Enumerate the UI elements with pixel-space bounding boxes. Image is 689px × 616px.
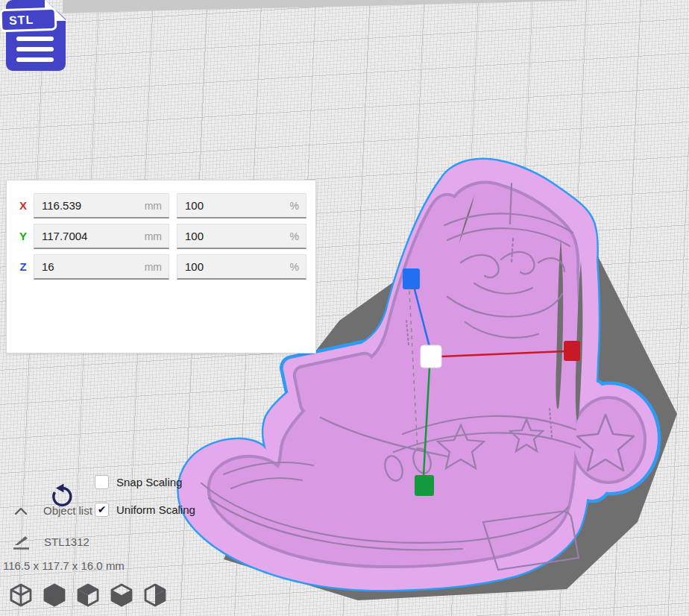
axis-x-label: X [17, 199, 29, 212]
snap-scaling-label: Snap Scaling [116, 476, 182, 488]
snap-scaling-checkbox[interactable] [95, 475, 109, 489]
x-percent-field: % [177, 193, 306, 219]
uniform-scaling-checkbox[interactable]: ✔ [95, 503, 109, 517]
object-list-header[interactable]: Object list [0, 504, 92, 517]
object-list-item[interactable]: STL1312 [0, 532, 89, 551]
y-size-input[interactable] [34, 224, 169, 248]
cura-viewport: STL X mm % Y mm % [0, 0, 689, 616]
object-name: STL1312 [44, 535, 89, 548]
y-percent-field: % [177, 224, 306, 249]
lay-flat-pencil-icon [10, 532, 31, 551]
stl-file-icon: STL [0, 0, 69, 75]
cube-front-face-icon[interactable] [75, 582, 101, 610]
scale-row-x: X mm % [7, 193, 315, 219]
x-size-field: mm [34, 193, 169, 219]
z-percent-field: % [177, 254, 306, 280]
collapse-chevron-icon[interactable] [10, 505, 31, 517]
y-size-field: mm [34, 224, 169, 249]
z-percent-input[interactable] [177, 255, 306, 278]
x-size-input[interactable] [34, 194, 169, 217]
scale-tool-panel: X mm % Y mm % Z mm [6, 180, 316, 353]
uniform-scaling-checkmark: ✔ [98, 503, 107, 515]
x-percent-input[interactable] [177, 194, 306, 217]
cube-top-face-icon[interactable] [108, 582, 135, 610]
gizmo-z-handle[interactable] [403, 268, 420, 289]
z-size-field: mm [34, 254, 169, 280]
stl-badge: STL [0, 7, 57, 33]
object-dimensions: 116.5 x 117.7 x 16.0 mm [3, 559, 125, 572]
cube-section-icon[interactable] [142, 582, 169, 610]
y-percent-input[interactable] [177, 224, 306, 248]
gizmo-x-handle[interactable] [564, 341, 580, 361]
cube-wireframe-icon[interactable] [7, 582, 34, 610]
scale-row-y: Y mm % [7, 224, 315, 249]
gizmo-center-handle[interactable] [421, 345, 441, 368]
cube-solid-icon[interactable] [41, 582, 68, 610]
uniform-scaling-label: Uniform Scaling [116, 503, 195, 516]
object-list-label: Object list [43, 504, 92, 517]
view-mode-toolbar [7, 582, 169, 610]
scale-row-z: Z mm % [7, 254, 315, 280]
stl-badge-label: STL [9, 13, 34, 27]
uniform-scaling-option: ✔ Uniform Scaling [95, 502, 195, 517]
axis-y-label: Y [17, 230, 29, 242]
axis-z-label: Z [17, 260, 29, 273]
snap-scaling-option: Snap Scaling [95, 474, 182, 489]
z-size-input[interactable] [34, 255, 169, 278]
gizmo-y-handle[interactable] [415, 475, 434, 496]
